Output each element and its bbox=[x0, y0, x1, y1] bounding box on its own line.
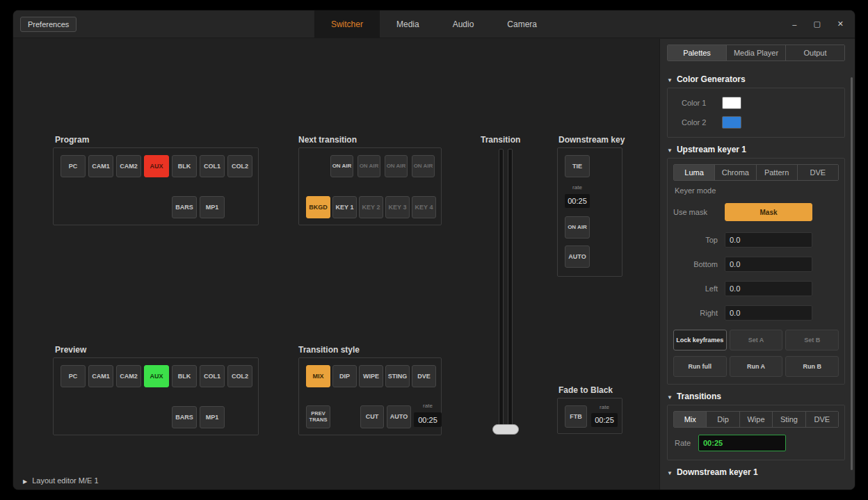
transition-tab-dip[interactable]: Dip bbox=[707, 412, 739, 427]
run-a-button[interactable]: Run A bbox=[730, 356, 783, 377]
auto-button[interactable]: AUTO bbox=[387, 405, 411, 428]
transition-tab-mix[interactable]: Mix bbox=[674, 412, 707, 427]
set-a-button[interactable]: Set A bbox=[730, 330, 783, 350]
section-downstream-keyer[interactable]: Downstream keyer 1 bbox=[667, 464, 845, 481]
program-source-blk[interactable]: BLK bbox=[172, 155, 197, 177]
style-mix-button[interactable]: MIX bbox=[306, 365, 330, 387]
tab-camera[interactable]: Camera bbox=[490, 10, 554, 38]
mask-right-input[interactable] bbox=[725, 305, 812, 321]
preview-source-cam2[interactable]: CAM2 bbox=[116, 365, 141, 387]
upstream-keyer-title: Upstream keyer 1 bbox=[677, 145, 746, 154]
layout-editor-toggle[interactable]: Layout editor M/E 1 bbox=[23, 476, 99, 485]
panel-scrollbar[interactable] bbox=[851, 77, 853, 470]
fader-handle[interactable] bbox=[492, 424, 519, 435]
style-dip-button[interactable]: DIP bbox=[332, 365, 357, 387]
ftb-button[interactable]: FTB bbox=[565, 405, 587, 428]
style-sting-button[interactable]: STING bbox=[385, 365, 410, 387]
program-source-aux[interactable]: AUX bbox=[144, 155, 169, 177]
program-source-bars[interactable]: BARS bbox=[172, 196, 197, 218]
lock-keyframes-button[interactable]: Lock keyframes bbox=[673, 330, 727, 350]
preview-source-pc[interactable]: PC bbox=[61, 365, 86, 387]
preview-source-blk[interactable]: BLK bbox=[172, 365, 197, 387]
key2-onair-button[interactable]: ON AIR bbox=[357, 155, 380, 177]
run-b-button[interactable]: Run B bbox=[785, 356, 839, 377]
key4-onair-button[interactable]: ON AIR bbox=[412, 155, 435, 177]
preferences-button[interactable]: Preferences bbox=[20, 17, 77, 32]
downstream-key-title: Downstream key bbox=[558, 135, 625, 145]
downstream-key-group: TIE rate 00:25 ON AIR AUTO bbox=[557, 147, 622, 277]
style-wipe-button[interactable]: WIPE bbox=[359, 365, 383, 387]
style-dve-button[interactable]: DVE bbox=[412, 365, 436, 387]
program-source-cam1[interactable]: CAM1 bbox=[88, 155, 113, 177]
key1-onair-button[interactable]: ON AIR bbox=[330, 155, 353, 177]
mask-top-input[interactable] bbox=[725, 232, 812, 248]
transition-tab-sting[interactable]: Sting bbox=[773, 412, 805, 427]
layout-editor-label: Layout editor M/E 1 bbox=[32, 476, 98, 485]
preview-source-bars[interactable]: BARS bbox=[172, 406, 197, 428]
dsk-rate-value[interactable]: 00:25 bbox=[565, 194, 590, 208]
key3-onair-button[interactable]: ON AIR bbox=[385, 155, 408, 177]
maximize-icon[interactable] bbox=[813, 19, 820, 29]
close-icon[interactable] bbox=[837, 19, 844, 29]
fader-track bbox=[508, 149, 513, 427]
keyer-tab-pattern[interactable]: Pattern bbox=[757, 165, 798, 180]
tab-palettes[interactable]: Palettes bbox=[668, 45, 727, 61]
tab-audio[interactable]: Audio bbox=[436, 10, 491, 38]
key2-button[interactable]: KEY 2 bbox=[359, 196, 383, 218]
keyer-tab-dve[interactable]: DVE bbox=[798, 165, 838, 180]
program-source-col1[interactable]: COL1 bbox=[200, 155, 225, 177]
mask-top-label: Top bbox=[673, 236, 718, 244]
program-source-mp1[interactable]: MP1 bbox=[200, 196, 225, 218]
preview-source-aux[interactable]: AUX bbox=[144, 365, 169, 387]
preview-source-cam1[interactable]: CAM1 bbox=[88, 365, 113, 387]
keyer-tab-luma[interactable]: Luma bbox=[674, 165, 715, 180]
tab-media[interactable]: Media bbox=[380, 10, 436, 38]
transition-style-group: MIX DIP WIPE STING DVE PREV TRANS CUT AU… bbox=[298, 357, 442, 435]
ftb-rate-value[interactable]: 00:25 bbox=[591, 413, 618, 427]
program-source-pc[interactable]: PC bbox=[61, 155, 86, 177]
minimize-icon[interactable] bbox=[792, 20, 796, 29]
mask-top-row: Top bbox=[673, 232, 839, 248]
color2-swatch[interactable] bbox=[722, 116, 741, 129]
mask-bottom-input[interactable] bbox=[725, 257, 812, 272]
transition-rate-input[interactable] bbox=[698, 435, 786, 451]
program-source-col2[interactable]: COL2 bbox=[227, 155, 252, 177]
preview-source-mp1[interactable]: MP1 bbox=[200, 406, 225, 428]
program-source-cam2[interactable]: CAM2 bbox=[116, 155, 141, 177]
tab-switcher[interactable]: Switcher bbox=[314, 10, 380, 38]
app-window: Preferences Switcher Media Audio Camera … bbox=[13, 10, 855, 490]
dsk-tie-button[interactable]: TIE bbox=[565, 155, 590, 177]
transition-tab-wipe[interactable]: Wipe bbox=[740, 412, 773, 427]
dsk-auto-button[interactable]: AUTO bbox=[565, 245, 590, 268]
preview-source-col1[interactable]: COL1 bbox=[200, 365, 225, 387]
transitions-title: Transitions bbox=[677, 392, 721, 401]
bkgd-button[interactable]: BKGD bbox=[306, 196, 330, 218]
mask-left-input[interactable] bbox=[725, 281, 812, 296]
switcher-main: Program PC CAM1 CAM2 AUX BLK COL1 COL2 B… bbox=[13, 39, 659, 490]
mask-toggle-button[interactable]: Mask bbox=[725, 203, 812, 221]
tab-media-player[interactable]: Media Player bbox=[727, 45, 786, 61]
prev-trans-button[interactable]: PREV TRANS bbox=[306, 405, 330, 428]
key3-button[interactable]: KEY 3 bbox=[385, 196, 410, 218]
set-b-button[interactable]: Set B bbox=[785, 330, 839, 350]
tab-output[interactable]: Output bbox=[786, 45, 844, 61]
section-upstream-keyer[interactable]: Upstream keyer 1 bbox=[667, 141, 845, 158]
dsk-onair-button[interactable]: ON AIR bbox=[565, 216, 590, 239]
transition-style-title: Transition style bbox=[298, 345, 360, 355]
keyer-tab-chroma[interactable]: Chroma bbox=[715, 165, 756, 180]
next-transition-title: Next transition bbox=[298, 135, 357, 145]
section-transitions[interactable]: Transitions bbox=[667, 388, 845, 405]
preview-source-col2[interactable]: COL2 bbox=[227, 365, 252, 387]
color1-swatch[interactable] bbox=[722, 97, 741, 109]
run-full-button[interactable]: Run full bbox=[673, 356, 727, 377]
key1-button[interactable]: KEY 1 bbox=[332, 196, 357, 218]
transition-rate-value[interactable]: 00:25 bbox=[414, 412, 442, 427]
transition-tab-dve[interactable]: DVE bbox=[806, 412, 838, 427]
fade-to-black-group: FTB rate 00:25 bbox=[557, 398, 622, 434]
upstream-keyer-box: Luma Chroma Pattern DVE Keyer mode Use m… bbox=[667, 158, 845, 385]
key4-button[interactable]: KEY 4 bbox=[412, 196, 436, 218]
section-color-generators[interactable]: Color Generators bbox=[667, 71, 845, 88]
run-buttons-row: Run full Run A Run B bbox=[673, 356, 839, 377]
rate-label: Rate bbox=[675, 439, 698, 447]
cut-button[interactable]: CUT bbox=[360, 405, 384, 428]
